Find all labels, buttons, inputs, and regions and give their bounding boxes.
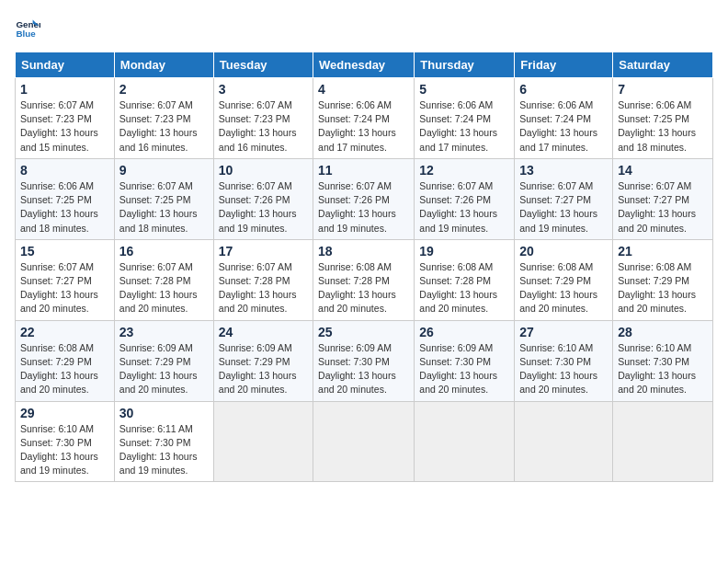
calendar-cell: 15 Sunrise: 6:07 AMSunset: 7:27 PMDaylig… bbox=[16, 239, 115, 320]
day-info: Sunrise: 6:11 AMSunset: 7:30 PMDaylight:… bbox=[119, 423, 198, 477]
day-number: 20 bbox=[519, 244, 608, 259]
calendar-cell: 19 Sunrise: 6:08 AMSunset: 7:28 PMDaylig… bbox=[415, 239, 515, 320]
calendar-cell: 8 Sunrise: 6:06 AMSunset: 7:25 PMDayligh… bbox=[16, 158, 115, 239]
calendar-cell bbox=[313, 401, 415, 482]
day-info: Sunrise: 6:08 AMSunset: 7:28 PMDaylight:… bbox=[318, 261, 396, 315]
day-info: Sunrise: 6:09 AMSunset: 7:29 PMDaylight:… bbox=[119, 342, 198, 396]
day-info: Sunrise: 6:06 AMSunset: 7:24 PMDaylight:… bbox=[519, 99, 597, 153]
calendar-header-row: SundayMondayTuesdayWednesdayThursdayFrid… bbox=[16, 52, 713, 78]
page-header: General Blue bbox=[15, 15, 713, 40]
week-row-2: 8 Sunrise: 6:06 AMSunset: 7:25 PMDayligh… bbox=[16, 158, 713, 239]
calendar-body: 1 Sunrise: 6:07 AMSunset: 7:23 PMDayligh… bbox=[16, 78, 713, 482]
day-info: Sunrise: 6:07 AMSunset: 7:23 PMDaylight:… bbox=[20, 99, 98, 153]
calendar-cell: 29 Sunrise: 6:10 AMSunset: 7:30 PMDaylig… bbox=[16, 401, 115, 482]
day-info: Sunrise: 6:07 AMSunset: 7:28 PMDaylight:… bbox=[119, 261, 198, 315]
day-number: 14 bbox=[618, 163, 708, 178]
day-info: Sunrise: 6:09 AMSunset: 7:29 PMDaylight:… bbox=[219, 342, 297, 396]
day-info: Sunrise: 6:08 AMSunset: 7:29 PMDaylight:… bbox=[618, 261, 696, 315]
day-info: Sunrise: 6:07 AMSunset: 7:27 PMDaylight:… bbox=[519, 180, 597, 234]
calendar-cell: 22 Sunrise: 6:08 AMSunset: 7:29 PMDaylig… bbox=[16, 320, 115, 401]
day-header-monday: Monday bbox=[114, 52, 213, 78]
day-header-wednesday: Wednesday bbox=[313, 52, 415, 78]
day-number: 30 bbox=[119, 406, 209, 420]
day-info: Sunrise: 6:10 AMSunset: 7:30 PMDaylight:… bbox=[618, 342, 696, 396]
calendar-cell: 25 Sunrise: 6:09 AMSunset: 7:30 PMDaylig… bbox=[313, 320, 415, 401]
day-info: Sunrise: 6:07 AMSunset: 7:26 PMDaylight:… bbox=[419, 180, 497, 234]
calendar-cell: 6 Sunrise: 6:06 AMSunset: 7:24 PMDayligh… bbox=[515, 78, 613, 159]
day-number: 21 bbox=[618, 244, 708, 259]
day-number: 23 bbox=[119, 325, 209, 339]
week-row-5: 29 Sunrise: 6:10 AMSunset: 7:30 PMDaylig… bbox=[16, 401, 713, 482]
calendar-cell: 24 Sunrise: 6:09 AMSunset: 7:29 PMDaylig… bbox=[213, 320, 313, 401]
day-number: 26 bbox=[419, 325, 509, 339]
day-number: 9 bbox=[119, 163, 209, 178]
calendar-cell: 1 Sunrise: 6:07 AMSunset: 7:23 PMDayligh… bbox=[16, 78, 115, 159]
calendar-cell: 11 Sunrise: 6:07 AMSunset: 7:26 PMDaylig… bbox=[313, 158, 415, 239]
logo: General Blue bbox=[15, 15, 44, 40]
calendar-cell: 20 Sunrise: 6:08 AMSunset: 7:29 PMDaylig… bbox=[515, 239, 613, 320]
day-info: Sunrise: 6:06 AMSunset: 7:24 PMDaylight:… bbox=[419, 99, 497, 153]
day-number: 16 bbox=[119, 244, 209, 259]
calendar-cell: 28 Sunrise: 6:10 AMSunset: 7:30 PMDaylig… bbox=[613, 320, 713, 401]
calendar-cell bbox=[613, 401, 713, 482]
day-info: Sunrise: 6:06 AMSunset: 7:25 PMDaylight:… bbox=[618, 99, 696, 153]
calendar-cell: 17 Sunrise: 6:07 AMSunset: 7:28 PMDaylig… bbox=[213, 239, 313, 320]
calendar-cell: 12 Sunrise: 6:07 AMSunset: 7:26 PMDaylig… bbox=[415, 158, 515, 239]
day-number: 5 bbox=[419, 82, 509, 97]
week-row-4: 22 Sunrise: 6:08 AMSunset: 7:29 PMDaylig… bbox=[16, 320, 713, 401]
day-number: 6 bbox=[519, 82, 608, 97]
day-info: Sunrise: 6:07 AMSunset: 7:26 PMDaylight:… bbox=[219, 180, 297, 234]
day-info: Sunrise: 6:08 AMSunset: 7:28 PMDaylight:… bbox=[419, 261, 497, 315]
calendar-cell bbox=[415, 401, 515, 482]
day-number: 28 bbox=[618, 325, 708, 339]
day-number: 18 bbox=[318, 244, 409, 259]
day-header-friday: Friday bbox=[515, 52, 613, 78]
day-number: 2 bbox=[119, 82, 209, 97]
day-info: Sunrise: 6:07 AMSunset: 7:27 PMDaylight:… bbox=[618, 180, 696, 234]
week-row-3: 15 Sunrise: 6:07 AMSunset: 7:27 PMDaylig… bbox=[16, 239, 713, 320]
day-info: Sunrise: 6:10 AMSunset: 7:30 PMDaylight:… bbox=[519, 342, 597, 396]
calendar-cell: 2 Sunrise: 6:07 AMSunset: 7:23 PMDayligh… bbox=[114, 78, 213, 159]
calendar-cell: 3 Sunrise: 6:07 AMSunset: 7:23 PMDayligh… bbox=[213, 78, 313, 159]
calendar-cell: 26 Sunrise: 6:09 AMSunset: 7:30 PMDaylig… bbox=[415, 320, 515, 401]
calendar-cell: 13 Sunrise: 6:07 AMSunset: 7:27 PMDaylig… bbox=[515, 158, 613, 239]
day-number: 7 bbox=[618, 82, 708, 97]
calendar-cell: 9 Sunrise: 6:07 AMSunset: 7:25 PMDayligh… bbox=[114, 158, 213, 239]
calendar-cell bbox=[213, 401, 313, 482]
calendar-cell: 18 Sunrise: 6:08 AMSunset: 7:28 PMDaylig… bbox=[313, 239, 415, 320]
calendar-cell: 16 Sunrise: 6:07 AMSunset: 7:28 PMDaylig… bbox=[114, 239, 213, 320]
day-info: Sunrise: 6:07 AMSunset: 7:23 PMDaylight:… bbox=[119, 99, 198, 153]
day-info: Sunrise: 6:07 AMSunset: 7:28 PMDaylight:… bbox=[219, 261, 297, 315]
logo-icon: General Blue bbox=[15, 15, 40, 40]
calendar-cell: 27 Sunrise: 6:10 AMSunset: 7:30 PMDaylig… bbox=[515, 320, 613, 401]
calendar-cell bbox=[515, 401, 613, 482]
day-info: Sunrise: 6:09 AMSunset: 7:30 PMDaylight:… bbox=[318, 342, 396, 396]
day-number: 13 bbox=[519, 163, 608, 178]
day-number: 29 bbox=[20, 406, 109, 420]
day-number: 15 bbox=[20, 244, 109, 259]
day-number: 8 bbox=[20, 163, 109, 178]
calendar-cell: 7 Sunrise: 6:06 AMSunset: 7:25 PMDayligh… bbox=[613, 78, 713, 159]
calendar-table: SundayMondayTuesdayWednesdayThursdayFrid… bbox=[15, 52, 713, 482]
day-number: 12 bbox=[419, 163, 509, 178]
day-info: Sunrise: 6:08 AMSunset: 7:29 PMDaylight:… bbox=[20, 342, 98, 396]
day-info: Sunrise: 6:07 AMSunset: 7:25 PMDaylight:… bbox=[119, 180, 198, 234]
day-info: Sunrise: 6:07 AMSunset: 7:27 PMDaylight:… bbox=[20, 261, 98, 315]
calendar-cell: 5 Sunrise: 6:06 AMSunset: 7:24 PMDayligh… bbox=[415, 78, 515, 159]
week-row-1: 1 Sunrise: 6:07 AMSunset: 7:23 PMDayligh… bbox=[16, 78, 713, 159]
day-header-sunday: Sunday bbox=[16, 52, 115, 78]
day-number: 1 bbox=[20, 82, 109, 97]
day-number: 11 bbox=[318, 163, 409, 178]
day-number: 10 bbox=[219, 163, 308, 178]
day-info: Sunrise: 6:08 AMSunset: 7:29 PMDaylight:… bbox=[519, 261, 597, 315]
day-info: Sunrise: 6:10 AMSunset: 7:30 PMDaylight:… bbox=[20, 423, 98, 477]
calendar-cell: 23 Sunrise: 6:09 AMSunset: 7:29 PMDaylig… bbox=[114, 320, 213, 401]
day-info: Sunrise: 6:07 AMSunset: 7:26 PMDaylight:… bbox=[318, 180, 396, 234]
day-number: 17 bbox=[219, 244, 308, 259]
day-info: Sunrise: 6:06 AMSunset: 7:24 PMDaylight:… bbox=[318, 99, 396, 153]
calendar-cell: 4 Sunrise: 6:06 AMSunset: 7:24 PMDayligh… bbox=[313, 78, 415, 159]
calendar-cell: 30 Sunrise: 6:11 AMSunset: 7:30 PMDaylig… bbox=[114, 401, 213, 482]
day-header-thursday: Thursday bbox=[415, 52, 515, 78]
day-number: 27 bbox=[519, 325, 608, 339]
calendar-cell: 21 Sunrise: 6:08 AMSunset: 7:29 PMDaylig… bbox=[613, 239, 713, 320]
